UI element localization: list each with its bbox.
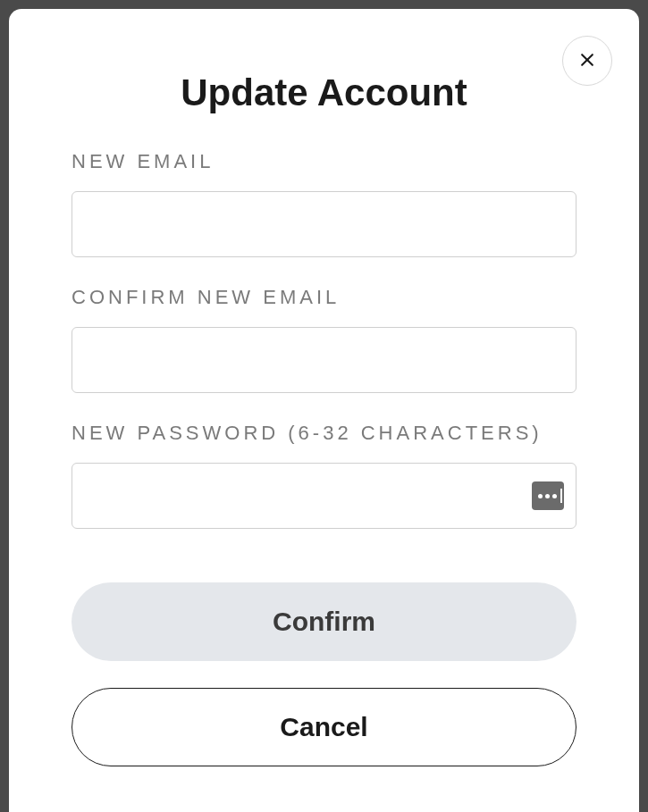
confirm-button[interactable]: Confirm (72, 582, 576, 661)
password-visibility-toggle[interactable] (532, 481, 564, 510)
new-email-label: NEW EMAIL (72, 150, 576, 173)
cancel-button[interactable]: Cancel (72, 688, 576, 766)
close-button[interactable] (562, 36, 612, 86)
confirm-email-input[interactable] (72, 327, 576, 393)
password-dots-icon (538, 489, 562, 503)
new-email-input[interactable] (72, 191, 576, 257)
new-password-input[interactable] (72, 463, 576, 529)
new-email-group: NEW EMAIL (72, 150, 576, 257)
confirm-email-group: CONFIRM NEW EMAIL (72, 286, 576, 393)
button-group: Confirm Cancel (72, 582, 576, 766)
confirm-email-label: CONFIRM NEW EMAIL (72, 286, 576, 309)
modal-title: Update Account (72, 71, 576, 114)
update-account-modal: Update Account NEW EMAIL CONFIRM NEW EMA… (9, 9, 639, 812)
new-password-group: NEW PASSWORD (6-32 CHARACTERS) (72, 422, 576, 529)
password-wrapper (72, 463, 576, 529)
new-password-label: NEW PASSWORD (6-32 CHARACTERS) (72, 422, 576, 445)
close-icon (578, 51, 596, 71)
